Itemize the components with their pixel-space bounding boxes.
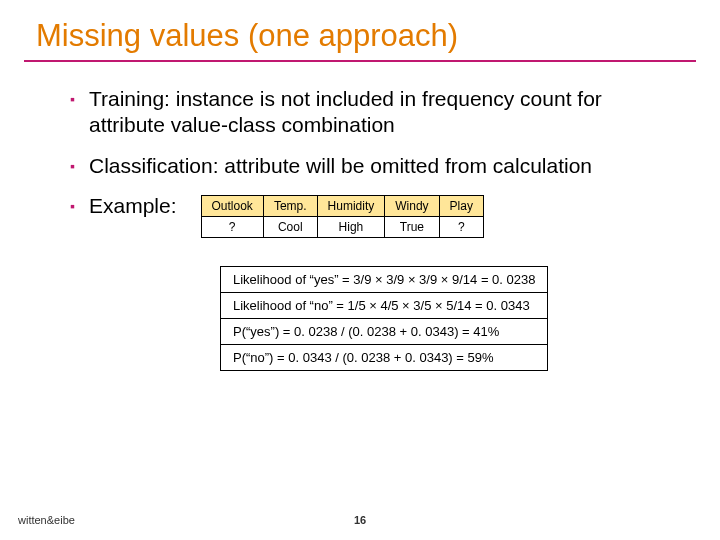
calc-cell: Likelihood of “no” = 1/5 × 4/5 × 3/5 × 5… [221,292,548,318]
bullet-item-example: ▪ Example: Outlook Temp. Humidity Windy … [70,193,680,238]
table-cell: ? [439,216,483,237]
example-data-table: Outlook Temp. Humidity Windy Play ? Cool… [201,195,484,238]
table-row: P(“no”) = 0. 0343 / (0. 0238 + 0. 0343) … [221,344,548,370]
table-header-cell: Windy [385,195,439,216]
calculation-table: Likelihood of “yes” = 3/9 × 3/9 × 3/9 × … [220,266,548,371]
table-row: ? Cool High True ? [201,216,483,237]
table-cell: Cool [263,216,317,237]
bullet-square-icon: ▪ [70,91,75,139]
bullet-square-icon: ▪ [70,158,75,179]
page-number: 16 [0,514,720,526]
calc-cell: Likelihood of “yes” = 3/9 × 3/9 × 3/9 × … [221,266,548,292]
bullet-item: ▪ Classification: attribute will be omit… [70,153,680,179]
table-header-cell: Play [439,195,483,216]
bullet-text: Example: [89,193,177,219]
table-header-row: Outlook Temp. Humidity Windy Play [201,195,483,216]
slide-title: Missing values (one approach) [0,0,720,54]
table-header-cell: Humidity [317,195,385,216]
table-row: Likelihood of “yes” = 3/9 × 3/9 × 3/9 × … [221,266,548,292]
table-row: Likelihood of “no” = 1/5 × 4/5 × 3/5 × 5… [221,292,548,318]
bullet-square-icon: ▪ [70,198,75,214]
slide-content: ▪ Training: instance is not included in … [0,62,720,371]
bullet-text: Classification: attribute will be omitte… [89,153,592,179]
calc-cell: P(“yes”) = 0. 0238 / (0. 0238 + 0. 0343)… [221,318,548,344]
calc-cell: P(“no”) = 0. 0343 / (0. 0238 + 0. 0343) … [221,344,548,370]
table-cell: High [317,216,385,237]
table-header-cell: Temp. [263,195,317,216]
table-cell: ? [201,216,263,237]
table-row: P(“yes”) = 0. 0238 / (0. 0238 + 0. 0343)… [221,318,548,344]
table-cell: True [385,216,439,237]
bullet-item: ▪ Training: instance is not included in … [70,86,680,139]
bullet-text: Training: instance is not included in fr… [89,86,680,139]
table-header-cell: Outlook [201,195,263,216]
